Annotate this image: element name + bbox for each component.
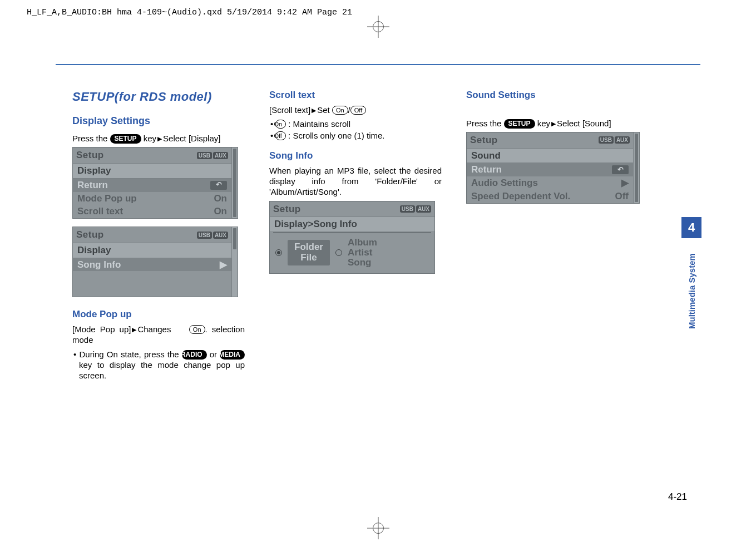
setup-key: SETUP — [110, 134, 141, 144]
screen-band: Sound — [467, 148, 633, 164]
column-1: SETUP(for RDS model) Display Settings Pr… — [72, 89, 245, 382]
screen-title: Setup — [76, 229, 104, 241]
scroll-text-line: [Scroll text]▶Set On/Off — [269, 105, 442, 115]
screen-row-scrolltext: Scroll text On — [73, 205, 231, 218]
page-number: 4-21 — [668, 491, 687, 503]
radio-key: RADIO — [182, 350, 207, 360]
screen-row-songinfo: Song Info ▶ — [73, 258, 231, 272]
arrow-icon: ▶ — [551, 120, 556, 127]
arrow-icon: ▶ — [621, 177, 629, 189]
usb-badge: USB — [197, 232, 212, 239]
setup-key: SETUP — [504, 119, 535, 129]
heading-mode-popup: Mode Pop up — [72, 308, 245, 321]
usb-badge: USB — [599, 136, 614, 144]
off-pill: Off — [350, 106, 366, 115]
song-info-option-albumartistsong: Album Artist Song — [348, 238, 377, 268]
press-setup-sound: Press the SETUP key▶Select [Sound] — [466, 118, 639, 129]
column-2: Scroll text [Scroll text]▶Set On/Off • O… — [269, 89, 442, 382]
aux-badge: AUX — [213, 232, 228, 239]
arrow-icon: ▶ — [157, 135, 162, 142]
song-info-para: When playing an MP3 file, select the des… — [269, 165, 442, 198]
text: key — [141, 134, 157, 143]
off-pill: Off — [275, 131, 285, 140]
arrow-icon: ▶ — [312, 106, 316, 114]
row-label: Return — [471, 164, 502, 176]
text: Folder — [294, 242, 323, 253]
arrow-icon: ▶ — [220, 259, 227, 271]
screen-display-1: Setup USB AUX Display Return ↶ — [72, 147, 238, 219]
scroll-bullet-off: • Off : Scrolls only one (1) time. — [270, 130, 442, 141]
text: [Scroll text] — [269, 105, 310, 115]
row-value: Off — [615, 190, 629, 203]
text: : Maintains scroll — [286, 119, 350, 129]
usb-badge: USB — [400, 205, 415, 213]
row-label: Audio Settings — [471, 177, 538, 189]
text: Changes — [137, 324, 175, 334]
row-value: On — [214, 205, 227, 218]
screen-row-audio-settings: Audio Settings ▶ — [467, 176, 633, 190]
mode-popup-bullet: • During On state, press the RADIO or ME… — [73, 349, 245, 381]
text: Press the — [466, 119, 504, 128]
row-label: Speed Dependent Vol. — [471, 190, 570, 203]
back-icon: ↶ — [210, 181, 227, 190]
text: : Scrolls only one (1) time. — [286, 131, 385, 140]
aux-badge: AUX — [213, 152, 228, 159]
text: Select [Sound] — [557, 119, 611, 128]
text: [Mode Pop up] — [72, 324, 131, 334]
scrollbar — [633, 132, 639, 203]
column-3: Sound Settings Press the SETUP key▶Selec… — [466, 89, 639, 382]
radio-unselected-icon — [335, 249, 342, 256]
row-label: Scroll text — [77, 205, 123, 218]
screen-title: Setup — [273, 203, 301, 215]
song-info-option-folderfile: Folder File — [288, 240, 330, 265]
screen-band: Display — [73, 243, 231, 258]
text: Press the — [72, 134, 110, 143]
row-label: Song Info — [77, 259, 121, 271]
screen-band: Display>Song Info — [270, 217, 434, 232]
screen-sound: Setup USB AUX Sound Return ↶ — [466, 132, 640, 204]
top-rule — [56, 64, 700, 65]
screen-title: Setup — [470, 134, 498, 146]
page-body: SETUP(for RDS model) Display Settings Pr… — [56, 50, 700, 523]
text: During On state, press the — [79, 350, 181, 359]
on-pill: On — [189, 325, 205, 334]
registration-mark-top — [367, 16, 389, 38]
heading-sound-settings: Sound Settings — [466, 89, 639, 101]
aux-badge: AUX — [416, 205, 431, 213]
text: Album — [348, 238, 377, 248]
screen-band: Display — [73, 163, 231, 179]
text: Select [Display] — [163, 134, 220, 143]
row-value: On — [214, 193, 227, 205]
on-pill: On — [332, 106, 348, 115]
screen-row-modepopup: Mode Pop up On — [73, 192, 231, 205]
aux-badge: AUX — [615, 136, 630, 144]
radio-selected-icon — [275, 249, 282, 256]
text: Artist — [348, 248, 377, 258]
side-tab: 4 Multimedia System — [681, 217, 701, 344]
back-icon: ↶ — [612, 165, 629, 174]
chapter-label: Multimedia System — [681, 238, 701, 344]
print-header: H_LF_A,B_AUDIO:BH hma 4-109~(Audio).qxd … — [27, 8, 352, 17]
screen-row-return: Return ↶ — [467, 163, 633, 176]
usb-badge: USB — [197, 152, 212, 159]
text: File — [294, 253, 323, 263]
heading-display-settings: Display Settings — [72, 115, 245, 127]
media-key: MEDIA — [220, 350, 245, 360]
on-pill: On — [275, 120, 286, 129]
arrow-icon: ▶ — [132, 326, 136, 333]
screen-title: Setup — [76, 149, 104, 161]
screen-row-speed-vol: Speed Dependent Vol. Off — [467, 190, 633, 203]
screen-row-return: Return ↶ — [73, 179, 231, 192]
press-setup-display: Press the SETUP key▶Select [Display] — [72, 133, 245, 144]
heading-scroll-text: Scroll text — [269, 89, 442, 101]
screen-song-info: Setup USB AUX Display>Song Info Folder F… — [269, 201, 435, 274]
scroll-bullet-on: • On : Maintains scroll — [270, 119, 442, 129]
text: key — [535, 119, 551, 128]
row-label: Mode Pop up — [77, 193, 137, 205]
scrollbar — [231, 147, 238, 218]
text: or — [207, 350, 220, 359]
heading-setup: SETUP(for RDS model) — [72, 89, 245, 105]
heading-song-info: Song Info — [269, 150, 442, 162]
screen-display-2: Setup USB AUX Display Song Info ▶ — [72, 227, 238, 297]
mode-popup-line: [Mode Pop up]▶Changes On. selection mode — [72, 324, 245, 345]
